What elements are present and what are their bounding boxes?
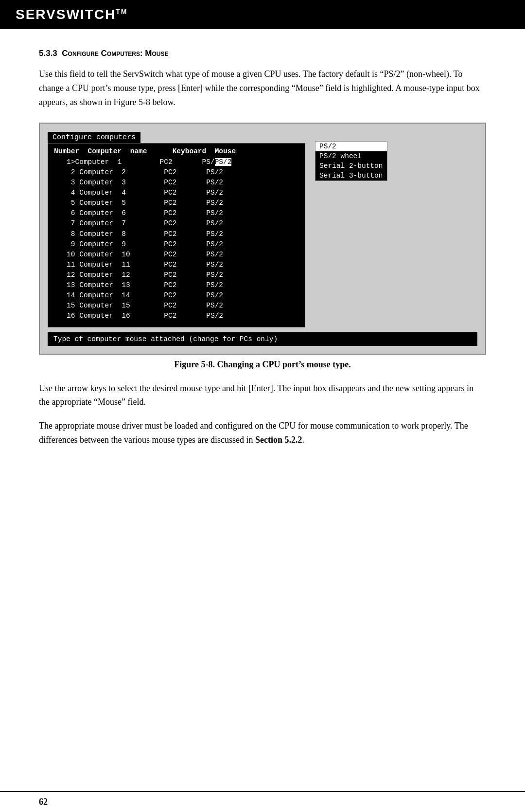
table-row: 10 Computer 10 PC2 PS/2 — [54, 250, 299, 260]
paragraph-3: The appropriate mouse driver must be loa… — [39, 419, 486, 447]
figure-caption: Figure 5-8. Changing a CPU port’s mouse … — [39, 360, 486, 370]
table-row: 9 Computer 9 PC2 PS/2 — [54, 239, 299, 250]
table-row: 4 Computer 4 PC2 PS/2 — [54, 188, 299, 198]
section-ref-bold: Section 5.2.2 — [255, 435, 302, 445]
dropdown-popup[interactable]: PS/2 PS/2 wheel Serial 2-button Serial 3… — [315, 141, 387, 181]
table-row: 13 Computer 13 PC2 PS/2 — [54, 280, 299, 290]
header-bar: SERVSWITCHTM — [0, 0, 525, 29]
figure-container: Configure computers Number Computer name… — [39, 123, 486, 354]
table-row: 16 Computer 16 PC2 PS/2 — [54, 311, 299, 321]
page-number: 62 — [39, 797, 48, 807]
main-content: 5.3.3 Configure Computers: Mouse Use thi… — [0, 29, 525, 486]
table-row: 12 Computer 12 PC2 PS/2 — [54, 270, 299, 280]
terminal-tab: Configure computers — [48, 132, 140, 143]
paragraph-2: Use the arrow keys to select the desired… — [39, 381, 486, 410]
highlight-cell: PS/2 — [215, 158, 232, 166]
terminal-block: Configure computers Number Computer name… — [48, 131, 305, 327]
dropdown-item-serial-3btn[interactable]: Serial 3-button — [315, 171, 387, 180]
page-footer: 62 — [0, 791, 525, 812]
dropdown-item-serial-2btn[interactable]: Serial 2-button — [315, 161, 387, 171]
section-heading: 5.3.3 Configure Computers: Mouse — [39, 49, 486, 58]
table-row: 8 Computer 8 PC2 PS/2 — [54, 229, 299, 239]
table-row: 5 Computer 5 PC2 PS/2 — [54, 198, 299, 208]
table-row: 2 Computer 2 PC2 PS/2 — [54, 167, 299, 178]
status-bar: Type of computer mouse attached (change … — [48, 332, 477, 346]
header-title: SERVSWITCHTM — [16, 7, 127, 22]
table-row: 1>Computer 1 PC2 PS/PS/2 — [54, 157, 299, 167]
terminal-table: Number Computer name Keyboard Mouse 1>Co… — [48, 143, 305, 327]
terminal-wrapper: Configure computers Number Computer name… — [48, 131, 477, 327]
dropdown-item-ps2[interactable]: PS/2 — [315, 142, 387, 151]
table-row: 15 Computer 15 PC2 PS/2 — [54, 301, 299, 311]
table-row: 6 Computer 6 PC2 PS/2 — [54, 208, 299, 218]
dropdown-item-ps2-wheel[interactable]: PS/2 wheel — [315, 151, 387, 161]
table-row: 11 Computer 11 PC2 PS/2 — [54, 260, 299, 270]
table-row: 3 Computer 3 PC2 PS/2 — [54, 178, 299, 188]
table-row: 7 Computer 7 PC2 PS/2 — [54, 218, 299, 229]
table-row: 14 Computer 14 PC2 PS/2 — [54, 290, 299, 301]
terminal-col-headers: Number Computer name Keyboard Mouse — [54, 147, 299, 155]
paragraph-1: Use this field to tell the ServSwitch wh… — [39, 67, 486, 109]
